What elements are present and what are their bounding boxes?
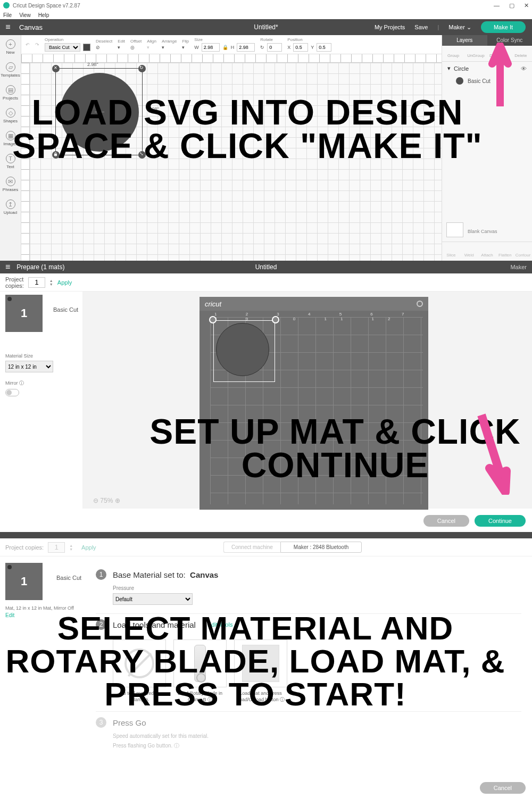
delete-handle-icon[interactable] xyxy=(52,65,60,72)
minimize-icon[interactable]: — xyxy=(494,2,500,9)
mat-circle-shape[interactable] xyxy=(216,323,269,376)
layer-name: Circle xyxy=(454,65,469,72)
property-bar: ↶ ↷ Operation Basic Cut Deselect⊘ Edit▾ … xyxy=(21,35,447,54)
mat-number: 1 xyxy=(21,575,27,588)
slice-button[interactable]: Slice xyxy=(442,242,460,261)
menu-view[interactable]: View xyxy=(19,12,31,18)
material-size-select[interactable]: 12 in x 12 in xyxy=(5,361,53,372)
apply-button[interactable]: Apply xyxy=(57,279,72,286)
nav-templates[interactable]: ▱Templates xyxy=(0,60,21,80)
mat-color-dot-icon xyxy=(7,565,12,569)
blank-canvas-label: Blank Canvas xyxy=(468,229,497,234)
prepare-top-bar: ≡ Prepare (1 mats) Untitled Maker xyxy=(0,261,532,273)
mat-thumbnail[interactable]: 1 xyxy=(5,563,43,600)
my-projects-link[interactable]: My Projects xyxy=(375,24,405,30)
instruction-overlay-3: SELECT MATERIAL AND ROTARY BLADE, LOAD M… xyxy=(0,612,511,711)
pink-arrow-icon xyxy=(487,43,513,106)
ungroup-button[interactable]: UnGroup xyxy=(464,46,487,61)
nav-upload[interactable]: ↥Upload xyxy=(0,197,21,217)
pressure-select[interactable]: Default xyxy=(113,593,193,605)
continue-button[interactable]: Continue xyxy=(475,515,526,527)
edit-icon[interactable]: ▾ xyxy=(118,45,125,50)
menu-file[interactable]: File xyxy=(3,12,12,18)
make-it-button[interactable]: Make It xyxy=(481,21,526,33)
title-bar: Cricut Design Space v7.2.87 — ▢ ✕ xyxy=(0,0,532,11)
step-3-sub-a: Speed automatically set for this materia… xyxy=(113,733,521,739)
machine-selector[interactable]: Maker ⌄ xyxy=(448,24,471,31)
basic-cut-label: Basic Cut xyxy=(53,306,78,313)
lock-aspect-icon[interactable]: 🔒 xyxy=(222,45,228,50)
tab-layers[interactable]: Layers xyxy=(442,35,487,46)
top-bar: ≡ Canvas Untitled* My Projects Save | Ma… xyxy=(0,19,532,35)
menu-bar: File View Help xyxy=(0,11,532,19)
arrange-icon[interactable]: ▾ xyxy=(162,45,177,50)
circle-thumb-icon xyxy=(456,77,463,85)
save-button[interactable]: Save xyxy=(414,24,428,30)
hamburger-icon[interactable]: ≡ xyxy=(0,22,16,32)
contour-button[interactable]: Contour xyxy=(514,242,532,261)
nav-phrases[interactable]: ✉Phrases xyxy=(0,174,21,194)
stepper-down-icon[interactable]: ▼ xyxy=(49,282,53,286)
mat-menu-handle-icon[interactable] xyxy=(209,316,217,323)
device-selector[interactable]: Maker : 2848 Bluetooth xyxy=(280,542,362,553)
menu-help[interactable]: Help xyxy=(38,12,49,18)
app-title: Cricut Design Space v7.2.87 xyxy=(13,3,80,9)
rotate-handle-icon[interactable] xyxy=(138,65,146,72)
step-3-badge: 3 xyxy=(96,717,106,728)
operation-select[interactable]: Basic Cut xyxy=(45,43,80,52)
x-input[interactable] xyxy=(293,43,308,52)
deselect-icon[interactable]: ⊘ xyxy=(96,45,112,50)
info-icon: ⓘ xyxy=(19,380,24,386)
cancel-button[interactable]: Cancel xyxy=(480,782,526,794)
mirror-label: Mirror ⓘ xyxy=(5,380,77,387)
group-button[interactable]: Group xyxy=(442,46,464,61)
color-swatch[interactable] xyxy=(83,44,90,51)
copies-label: Project copies: xyxy=(5,544,44,551)
mat-color-dot-icon xyxy=(7,297,12,301)
collapse-icon[interactable]: ▾ xyxy=(447,65,451,72)
undo-icon[interactable]: ↶ xyxy=(26,42,30,47)
mat-selection[interactable] xyxy=(213,320,275,382)
pink-arrow-icon xyxy=(473,410,511,495)
flatten-button[interactable]: Flatten xyxy=(496,242,514,261)
step-1-title: Base Material set to: Canvas xyxy=(113,570,218,579)
prepare-project-title: Untitled xyxy=(255,263,277,271)
height-input[interactable] xyxy=(237,43,255,52)
zoom-controls[interactable]: ⊖ 75% ⊕ xyxy=(93,497,120,504)
close-icon[interactable]: ✕ xyxy=(524,2,529,9)
attach-button[interactable]: Attach xyxy=(478,242,496,261)
maximize-icon[interactable]: ▢ xyxy=(509,2,514,9)
plus-icon: + xyxy=(6,39,15,49)
projects-icon: ▤ xyxy=(6,85,15,95)
y-input[interactable] xyxy=(317,43,331,52)
offset-icon[interactable]: ◎ xyxy=(130,45,142,50)
upload-icon: ↥ xyxy=(6,200,15,209)
rotate-input[interactable] xyxy=(267,43,282,52)
connect-label: Connect machine xyxy=(223,542,280,553)
redo-icon[interactable]: ↷ xyxy=(35,42,39,47)
blank-canvas-thumb[interactable] xyxy=(446,222,463,237)
copies-input[interactable] xyxy=(28,277,45,288)
visibility-icon[interactable]: 👁 xyxy=(521,65,527,72)
cancel-button[interactable]: Cancel xyxy=(423,515,469,527)
nav-new[interactable]: +New xyxy=(0,37,21,57)
mat-thumbnail[interactable]: 1 xyxy=(5,295,43,332)
mat-hole-icon xyxy=(417,301,423,307)
copies-row: Project copies: ▲▼ Apply xyxy=(0,273,532,292)
step-3-sub-b: Press flashing Go button. ⓘ xyxy=(113,742,521,750)
cricut-brand: cricut xyxy=(205,300,221,308)
flip-icon[interactable]: ▾ xyxy=(182,45,189,50)
pressure-label: Pressure xyxy=(113,585,521,591)
align-icon[interactable]: ▾ xyxy=(147,45,156,50)
step-1-badge: 1 xyxy=(96,569,106,580)
mat-rotate-handle-icon[interactable] xyxy=(272,316,279,323)
hamburger-icon[interactable]: ≡ xyxy=(5,262,10,272)
basic-cut-label: Basic Cut xyxy=(56,575,81,581)
apply-button-disabled: Apply xyxy=(81,544,96,551)
mat-number: 1 xyxy=(21,306,27,320)
stepper-up-icon[interactable]: ▲ xyxy=(49,279,53,282)
material-size-label: Material Size xyxy=(5,353,77,359)
mirror-toggle[interactable] xyxy=(5,389,19,396)
weld-button[interactable]: Weld xyxy=(460,242,478,261)
width-input[interactable] xyxy=(202,43,220,52)
